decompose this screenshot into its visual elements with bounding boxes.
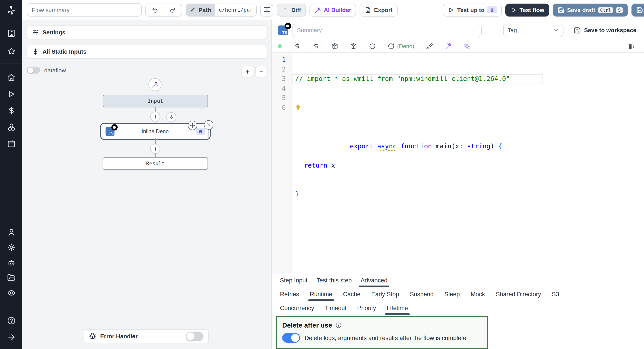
step-id-badge: a — [196, 128, 205, 135]
tab-s3[interactable]: S3 — [548, 287, 563, 301]
zoom-out-button[interactable] — [255, 66, 267, 77]
code-token: x — [327, 162, 335, 169]
reload-deno-icon[interactable] — [388, 43, 394, 50]
redo-button[interactable] — [164, 4, 182, 16]
package-icon[interactable] — [350, 43, 357, 50]
sidebar-item-help[interactable] — [4, 314, 19, 327]
dollar-icon — [7, 106, 16, 115]
sidebar-item-workspace[interactable] — [4, 26, 19, 40]
ai-wand-icon[interactable] — [445, 43, 452, 50]
zoom-in-button[interactable] — [242, 66, 253, 77]
tab-early-stop[interactable]: Early Stop — [368, 287, 403, 301]
diff-label: Diff — [291, 6, 301, 13]
info-icon[interactable] — [335, 322, 342, 328]
advanced-tabs: Retries Runtime Cache Early Stop Suspend… — [272, 287, 644, 301]
sidebar-item-schedules[interactable] — [4, 137, 19, 150]
folder-icon — [7, 273, 16, 282]
deno-logo-icon — [111, 124, 118, 130]
tag-label: Tag — [508, 27, 517, 33]
tab-shared-directory[interactable]: Shared Directory — [492, 287, 545, 301]
result-node-label: Result — [146, 160, 164, 167]
code-editor[interactable]: 1 2 3 4 5 6 // import * as wmill from "n… — [272, 53, 644, 274]
tab-suspend[interactable]: Suspend — [406, 287, 438, 301]
tab-runtime[interactable]: Runtime — [306, 287, 336, 301]
ai-flow-builder-button[interactable] — [148, 78, 162, 91]
sidebar-item-home[interactable] — [4, 71, 19, 84]
ai-sparkles-icon[interactable] — [464, 43, 470, 50]
deno-logo-icon — [285, 22, 291, 29]
tab-mock[interactable]: Mock — [467, 287, 488, 301]
sidebar-item-settings[interactable] — [4, 240, 19, 254]
delete-step-button[interactable] — [204, 120, 213, 130]
move-step-button[interactable] — [188, 121, 197, 130]
all-static-inputs-button[interactable]: All Static Inputs — [27, 45, 267, 58]
error-handler-toggle[interactable] — [186, 331, 204, 341]
test-up-to-button[interactable]: Test up toa — [443, 3, 502, 16]
tab-advanced[interactable]: Advanced — [357, 274, 391, 287]
flow-summary-input[interactable] — [27, 3, 142, 16]
undo-button[interactable] — [146, 4, 164, 16]
static-inputs-label: All Static Inputs — [42, 48, 86, 55]
add-step-button[interactable] — [150, 144, 160, 154]
add-step-button[interactable] — [150, 112, 160, 122]
tab-priority[interactable]: Priority — [354, 301, 380, 315]
code-area[interactable]: // import * as wmill from "npm:windmill-… — [292, 53, 644, 274]
step-editor-panel: Tag Save to workspace ( — [272, 20, 644, 349]
home-icon — [7, 73, 16, 81]
sidebar-item-users[interactable] — [4, 225, 19, 239]
tab-retries[interactable]: Retries — [276, 287, 303, 301]
tab-lifetime[interactable]: Lifetime — [383, 301, 412, 315]
trigger-button[interactable] — [166, 112, 176, 122]
delete-after-use-toggle[interactable] — [282, 333, 300, 343]
save-to-workspace-button[interactable]: Save to workspace — [574, 26, 636, 34]
sidebar-item-folders[interactable] — [4, 271, 19, 284]
flow-node-result[interactable]: Result — [103, 157, 208, 170]
sidebar-item-favorites[interactable] — [4, 44, 19, 58]
tab-sleep[interactable]: Sleep — [441, 287, 463, 301]
sidebar-item-audit[interactable] — [4, 286, 19, 299]
tab-concurrency[interactable]: Concurrency — [276, 301, 318, 315]
docs-button[interactable] — [260, 3, 274, 16]
tab-step-input[interactable]: Step Input — [276, 274, 311, 287]
sidebar-item-variables[interactable] — [4, 104, 19, 117]
lightbulb-icon[interactable] — [295, 104, 301, 111]
tag-select[interactable]: Tag — [503, 23, 564, 37]
format-brush-icon[interactable] — [426, 43, 433, 50]
diff-button[interactable]: Diff — [277, 3, 306, 16]
sidebar-item-workers[interactable] — [4, 256, 19, 269]
path-label: Path — [198, 6, 211, 13]
lifetime-panel: Delete after use Delete logs, arguments … — [272, 315, 644, 349]
deploy-button[interactable] — [632, 3, 644, 16]
redo-icon — [170, 6, 176, 13]
package-icon[interactable] — [332, 43, 338, 50]
settings-label: Settings — [42, 29, 66, 36]
step-header: Tag Save to workspace — [272, 20, 644, 40]
windmill-logo[interactable] — [0, 0, 22, 20]
sidebar-item-resources[interactable] — [4, 120, 19, 134]
flow-settings-button[interactable]: Settings — [27, 25, 267, 39]
dataflow-toggle[interactable] — [27, 67, 40, 74]
tab-timeout[interactable]: Timeout — [321, 301, 350, 315]
error-handler-label: Error Handler — [100, 333, 138, 340]
sidebar-item-runs[interactable] — [4, 87, 19, 100]
arrow-right-icon — [7, 333, 16, 341]
tab-cache[interactable]: Cache — [340, 287, 364, 301]
code-token: } — [295, 190, 299, 198]
variables-icon[interactable] — [294, 43, 300, 50]
resources-icon[interactable] — [312, 43, 319, 50]
code-token: return — [304, 162, 327, 169]
calendar-icon — [7, 139, 16, 148]
step-summary-input[interactable] — [292, 23, 482, 37]
reload-icon[interactable] — [369, 43, 376, 50]
ai-builder-button[interactable]: AI Builder — [310, 3, 356, 16]
export-button[interactable]: Export — [360, 3, 397, 16]
library-icon[interactable] — [628, 43, 635, 50]
path-button[interactable]: Path u/henri/pur — [186, 3, 257, 16]
sidebar-expand[interactable] — [4, 330, 19, 344]
test-flow-button[interactable]: Test flow — [505, 3, 549, 16]
save-draft-button[interactable]: Save draftCtrlS — [553, 3, 628, 16]
code-token: : — [459, 142, 467, 149]
tab-test-this-step[interactable]: Test this step — [313, 274, 355, 287]
error-handler-card[interactable]: Error Handler — [84, 329, 209, 343]
flow-node-input[interactable]: Input — [103, 95, 208, 107]
